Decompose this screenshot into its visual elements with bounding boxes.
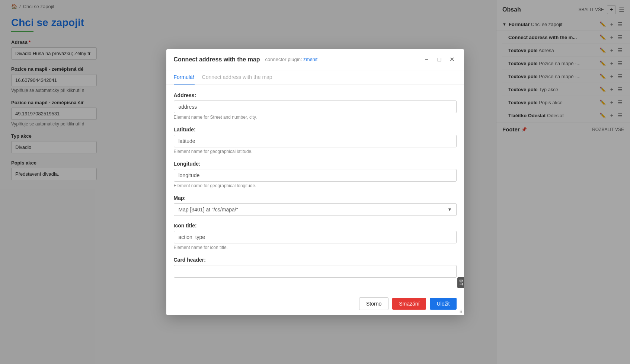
- modal-title: Connect address with the map: [174, 56, 260, 63]
- modal-maximize-button[interactable]: □: [435, 55, 444, 64]
- modal-longitude-input[interactable]: [174, 169, 457, 182]
- modal-field-map: Map: Map [3401] at "/cs/mapa/" ▼: [174, 195, 457, 216]
- modal-header: Connect address with the map connector p…: [166, 49, 464, 70]
- modal-field-latitude: Latitude: Element name for geographical …: [174, 127, 457, 154]
- modal-dialog: Connect address with the map connector p…: [166, 49, 464, 315]
- modal-footer: Storno Smazání Uložit: [166, 292, 464, 315]
- modal-subtitle-link[interactable]: změnit: [303, 57, 317, 62]
- modal-body: Address: Element name for Street and num…: [166, 85, 464, 292]
- modal-icon-title-input[interactable]: [174, 231, 457, 243]
- modal-field-address: Address: Element name for Street and num…: [174, 92, 457, 120]
- modal-longitude-label: Longitude:: [174, 161, 457, 167]
- modal-address-label: Address:: [174, 92, 457, 98]
- modal-longitude-hint: Element name for geographical longitude.: [174, 183, 457, 188]
- modal-address-input[interactable]: [174, 100, 457, 113]
- modal-card-header-input[interactable]: [174, 265, 457, 278]
- modal-tab-connect[interactable]: Connect address with the map: [202, 70, 272, 84]
- resize-handle[interactable]: ⠿: [459, 309, 463, 314]
- modal-field-card-header: Card header:: [174, 257, 457, 278]
- modal-latitude-hint: Element name for geographical latitude.: [174, 149, 457, 154]
- modal-map-label: Map:: [174, 195, 457, 201]
- modal-field-icon-title: Icon title: Element name for icon title.: [174, 223, 457, 250]
- save-button[interactable]: Uložit: [430, 298, 456, 310]
- modal-address-hint: Element name for Street and number, city…: [174, 115, 457, 120]
- modal-latitude-input[interactable]: [174, 135, 457, 147]
- modal-icon-title-hint: Element name for icon title.: [174, 245, 457, 250]
- cancel-button[interactable]: Storno: [359, 297, 388, 310]
- modal-close-button[interactable]: ✕: [448, 55, 457, 64]
- modal-overlay: Connect address with the map connector p…: [0, 0, 630, 364]
- delete-button[interactable]: Smazání: [392, 298, 426, 310]
- modal-map-select-wrapper: Map [3401] at "/cs/mapa/" ▼: [174, 203, 457, 216]
- modal-subtitle: connector plugin: změnit: [265, 57, 318, 62]
- modal-controls: − □ ✕: [422, 55, 457, 64]
- dt-badge[interactable]: DT: [457, 277, 464, 288]
- modal-map-select[interactable]: Map [3401] at "/cs/mapa/": [174, 203, 457, 216]
- modal-icon-title-label: Icon title:: [174, 223, 457, 229]
- modal-minimize-button[interactable]: −: [422, 55, 431, 64]
- modal-tabs: Formulář Connect address with the map: [166, 70, 464, 85]
- modal-field-longitude: Longitude: Element name for geographical…: [174, 161, 457, 188]
- modal-latitude-label: Latitude:: [174, 127, 457, 132]
- modal-tab-formulare[interactable]: Formulář: [174, 70, 195, 84]
- modal-card-header-label: Card header:: [174, 257, 457, 263]
